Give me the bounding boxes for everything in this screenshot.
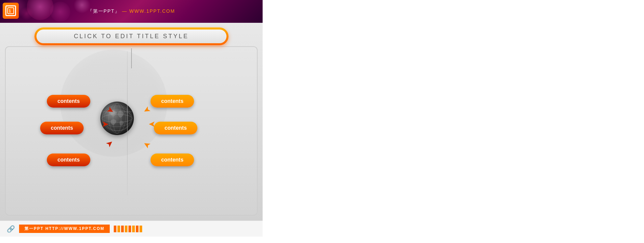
content-pill-middle-right[interactable]: contents xyxy=(154,122,197,134)
stripe-7 xyxy=(136,226,139,232)
stripe-4 xyxy=(125,226,127,232)
svg-text:1: 1 xyxy=(9,9,11,13)
slide-header: 1 『第一PPT』 — WWW.1PPT.COM xyxy=(0,0,263,23)
header-title: 『第一PPT』 — WWW.1PPT.COM xyxy=(88,8,175,14)
stripe-8 xyxy=(140,226,142,232)
footer-text: 第一PPT HTTP://WWW.1PPT.COM xyxy=(19,225,110,233)
content-pill-top-left[interactable]: contents xyxy=(47,95,90,108)
content-pill-middle-left[interactable]: contents xyxy=(40,122,84,134)
stripe-2 xyxy=(117,226,120,232)
globe-icon xyxy=(100,102,134,135)
bokeh-decoration xyxy=(50,2,70,22)
content-pill-bottom-right[interactable]: contents xyxy=(151,154,194,166)
stripe-3 xyxy=(121,226,124,232)
footer-stripes xyxy=(114,226,142,232)
title-stem-line xyxy=(131,48,132,68)
app-logo: 1 xyxy=(3,3,19,19)
title-area[interactable]: CLICK TO EDIT TITLE STYLE xyxy=(33,27,229,45)
arrow-middle-left: ➤ xyxy=(102,120,108,129)
content-pill-top-right[interactable]: contents xyxy=(151,95,194,108)
footer-icon: 🔗 xyxy=(7,225,15,233)
stripe-5 xyxy=(128,226,131,232)
logo-inner: 1 xyxy=(5,5,16,16)
stripe-1 xyxy=(114,226,116,232)
slide-footer: 🔗 第一PPT HTTP://WWW.1PPT.COM xyxy=(0,221,263,237)
slide-title[interactable]: CLICK TO EDIT TITLE STYLE xyxy=(74,33,189,40)
title-pill-inner: CLICK TO EDIT TITLE STYLE xyxy=(36,29,226,43)
stripe-6 xyxy=(132,226,135,232)
globe-container xyxy=(100,102,134,135)
content-pill-bottom-left[interactable]: contents xyxy=(47,154,90,166)
slide-body: CLICK TO EDIT TITLE STYLE xyxy=(0,23,263,221)
content-divider-line xyxy=(127,51,127,195)
title-pill-outer: CLICK TO EDIT TITLE STYLE xyxy=(34,27,228,45)
